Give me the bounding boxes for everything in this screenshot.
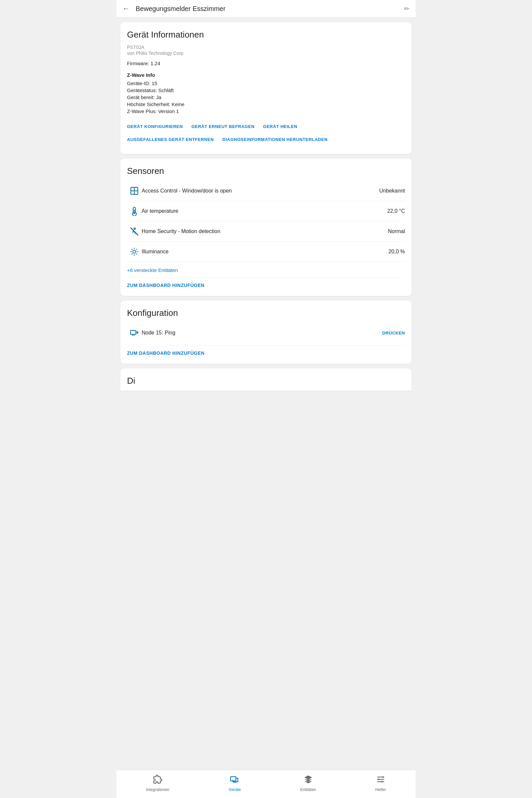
- download-diagnostics-button[interactable]: DIAGNOSEINFORMATIONEN HERUNTERLADEN: [223, 134, 332, 145]
- sensor-row-illuminance[interactable]: Illuminance 20,0 %: [127, 242, 405, 262]
- device-info-title: Gerät Informationen: [127, 30, 405, 40]
- sensor-value-temperature: 22,0 °C: [387, 208, 405, 214]
- temperature-icon: [127, 207, 141, 216]
- config-name-ping: Node 15: Ping: [141, 330, 382, 336]
- motion-icon: [127, 227, 141, 236]
- device-vendor: von Philio Technology Corp: [127, 51, 405, 56]
- device-firmware: Firmware: 1.24: [127, 60, 405, 66]
- sensors-dashboard-button[interactable]: ZUM DASHBOARD HINZUFÜGEN: [127, 278, 405, 289]
- action-buttons: GERÄT KONFIGURIEREN GERÄT ERNEUT BEFRAGE…: [127, 121, 405, 147]
- sensor-name-illuminance: Illuminance: [141, 249, 388, 255]
- svg-line-14: [132, 254, 132, 254]
- zwave-row-0: Geräte-ID: 15: [127, 80, 405, 86]
- svg-rect-16: [130, 330, 136, 335]
- sensor-name-access: Access Control - Window/door is open: [141, 188, 379, 194]
- device-info-card: Gerät Informationen PST02A von Philio Te…: [120, 22, 412, 154]
- svg-point-21: [133, 335, 135, 336]
- zwave-row-2: Gerät bereit: Ja: [127, 94, 405, 100]
- sensor-value-access: Unbekannt: [379, 188, 405, 194]
- sensor-row-access-control[interactable]: Access Control - Window/door is open Unb…: [127, 181, 405, 201]
- zwave-row-4: Z-Wave Plus: Version 1: [127, 108, 405, 114]
- sensors-title: Sensoren: [127, 166, 405, 176]
- header: ← Bewegungsmelder Esszimmer ✏: [116, 0, 416, 18]
- zwave-row-3: Höchste Sicherheit: Keine: [127, 101, 405, 107]
- sensor-row-motion[interactable]: Home Security - Motion detection Normal: [127, 222, 405, 242]
- partial-card: Di: [120, 368, 412, 391]
- edit-icon[interactable]: ✏: [404, 5, 410, 13]
- sensor-value-motion: Normal: [388, 228, 405, 234]
- press-button[interactable]: DRÜCKEN: [382, 330, 405, 336]
- svg-point-3: [133, 212, 135, 214]
- requery-button[interactable]: GERÄT ERNEUT BEFRAGEN: [191, 121, 259, 132]
- configuration-title: Konfiguration: [127, 308, 405, 318]
- sensor-name-temperature: Air temperature: [141, 208, 387, 214]
- action-row-1: GERÄT KONFIGURIEREN GERÄT ERNEUT BEFRAGE…: [127, 121, 405, 132]
- svg-line-15: [136, 249, 137, 250]
- config-row-ping[interactable]: Node 15: Ping DRÜCKEN: [127, 323, 405, 343]
- page-title: Bewegungsmelder Esszimmer: [136, 5, 404, 13]
- device-model: PST02A: [127, 44, 405, 50]
- configuration-card: Konfiguration Node 15: Ping DRÜCKEN ZUM …: [120, 301, 412, 364]
- window-icon: [127, 186, 141, 195]
- sensor-name-motion: Home Security - Motion detection: [141, 228, 388, 234]
- zwave-title: Z-Wave Info: [127, 72, 405, 78]
- svg-line-12: [132, 249, 132, 250]
- sensor-row-temperature[interactable]: Air temperature 22,0 °C: [127, 201, 405, 222]
- page-content: Gerät Informationen PST02A von Philio Te…: [116, 22, 416, 417]
- zwave-row-1: Gerätestatus: Schläft: [127, 88, 405, 93]
- hidden-entities-link[interactable]: +6 versteckte Entitäten: [127, 262, 405, 275]
- svg-point-5: [134, 228, 136, 230]
- sensor-value-illuminance: 20,0 %: [388, 249, 405, 255]
- remove-failed-button[interactable]: AUSGEFALLENES GERÄT ENTFERNEN: [127, 134, 218, 145]
- ping-icon: [127, 328, 141, 338]
- config-dashboard-button[interactable]: ZUM DASHBOARD HINZUFÜGEN: [127, 345, 405, 357]
- illuminance-icon: [127, 247, 141, 256]
- heal-button[interactable]: GERÄT HEILEN: [263, 121, 302, 132]
- svg-point-20: [132, 335, 133, 336]
- sensors-card: Sensoren Access Control - Window/door is…: [120, 158, 412, 296]
- svg-point-7: [133, 250, 136, 253]
- action-row-2: AUSGEFALLENES GERÄT ENTFERNEN DIAGNOSEIN…: [127, 134, 405, 145]
- svg-line-13: [136, 254, 137, 254]
- configure-button[interactable]: GERÄT KONFIGURIEREN: [127, 121, 188, 132]
- back-button[interactable]: ←: [122, 5, 130, 12]
- partial-title: Di: [127, 376, 405, 386]
